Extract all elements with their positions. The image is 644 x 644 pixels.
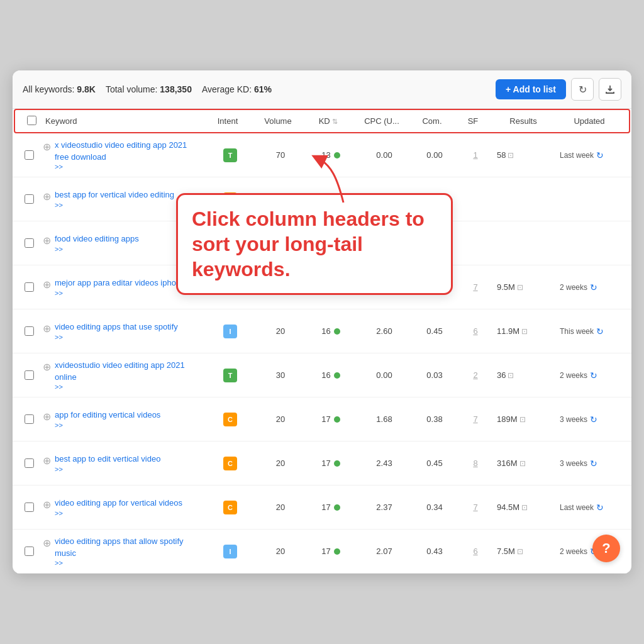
intent-badge: C [223,413,237,426]
add-keyword-icon[interactable]: ⊕ [43,361,51,373]
row-checkbox[interactable] [25,458,34,468]
keyword-link[interactable]: app for editing vertical videos [55,409,160,421]
export-button[interactable] [599,78,621,101]
results-value: 36 [497,370,506,380]
keyword-cell: ⊕ xvideostudio video editing app 2021 on… [40,355,205,395]
keyword-link[interactable]: mejor app para editar videos iphone [55,277,185,289]
volume-cell: 70 [255,145,306,165]
keyword-link[interactable]: xvideostudio video editing app 2021 onli… [55,360,203,382]
add-keyword-icon[interactable]: ⊕ [43,141,51,153]
col-header-sf[interactable]: SF [454,110,492,132]
row-refresh-icon[interactable]: ↻ [596,150,604,160]
sf-cell: 1 [457,145,494,165]
main-container: All keywords: 9.8K Total volume: 138,350… [13,70,631,574]
sf-link[interactable]: 2 [473,370,477,380]
results-cell: 7.5M⊡ [494,541,557,561]
keyword-link[interactable]: best app to edit vertical video [55,453,160,465]
keyword-link[interactable]: x videostudio video editing app 2021 fre… [55,140,203,162]
intent-badge: I [223,325,237,338]
kd-dot [334,548,340,555]
col-header-intent[interactable]: Intent [203,110,253,132]
col-header-results[interactable]: Results [492,110,555,132]
keyword-link[interactable]: best app for vertical video editing [55,189,174,201]
volume-cell: 20 [255,453,306,473]
updated-wrap: 3 weeks↻ [560,414,624,425]
add-keyword-icon[interactable]: ⊕ [43,323,51,335]
sf-link[interactable]: 7 [473,414,477,424]
col-header-updated[interactable]: Updated [555,110,624,132]
row-checkbox[interactable] [25,414,34,424]
row-checkbox[interactable] [25,150,34,160]
sf-link[interactable]: 8 [473,458,477,468]
row-checkbox[interactable] [25,326,34,336]
results-value: 189M [497,414,518,424]
row-refresh-icon[interactable]: ↻ [590,458,597,469]
add-keyword-icon[interactable]: ⊕ [43,455,51,467]
cpc-cell: 0.00 [356,145,413,165]
updated-cell: 3 weeks↻ [557,409,626,430]
select-all-checkbox[interactable] [27,116,36,125]
table-row: ⊕ x videostudio video editing app 2021 f… [13,133,631,177]
results-value: 7.5M [497,547,515,556]
row-refresh-icon[interactable]: ↻ [590,282,597,292]
row-refresh-icon[interactable]: ↻ [596,326,604,336]
help-button[interactable]: ? [592,535,620,562]
col-header-kd[interactable]: KD ⇅ [303,110,353,132]
add-keyword-icon[interactable]: ⊕ [43,191,51,203]
results-wrap: 316M⊡ [497,458,555,468]
sf-link[interactable]: 6 [473,326,477,336]
row-checkbox-cell [18,409,40,429]
row-checkbox-cell [18,365,40,385]
updated-text: 3 weeks [560,415,587,424]
add-keyword-icon[interactable]: ⊕ [43,499,51,511]
row-checkbox[interactable] [25,238,34,248]
keyword-link[interactable]: video editing apps that allow spotify mu… [55,536,203,558]
keyword-link[interactable]: video editing app for vertical videos [55,497,182,509]
results-icon: ⊡ [517,283,523,292]
row-refresh-icon[interactable]: ↻ [590,414,597,425]
keyword-text-wrap: best app for vertical video editing >> [55,189,174,208]
row-refresh-icon[interactable]: ↻ [590,370,597,380]
refresh-button[interactable]: ↻ [571,78,594,101]
updated-wrap: Last week↻ [560,150,624,160]
col-header-com[interactable]: Com. [410,110,454,132]
col-header-keyword[interactable]: Keyword [43,110,203,132]
volume-cell: 20 [255,409,306,429]
sf-cell: 8 [457,453,494,473]
kd-wrap: 17 [308,502,353,512]
col-header-cpc[interactable]: CPC (U... [353,110,410,132]
row-checkbox[interactable] [25,502,34,512]
row-checkbox[interactable] [25,282,34,292]
results-cell: 316M⊡ [494,453,557,473]
sf-cell [457,238,494,248]
row-checkbox[interactable] [25,194,34,204]
results-wrap: 189M⊡ [497,414,555,424]
sf-link[interactable]: 6 [473,547,477,556]
sf-link[interactable]: 7 [473,282,477,292]
keyword-link[interactable]: food video editing apps [55,233,139,245]
com-cell: 0.38 [413,409,457,429]
volume-cell: 30 [255,365,306,385]
row-checkbox[interactable] [25,370,34,380]
add-keyword-icon[interactable]: ⊕ [43,537,51,549]
add-keyword-icon[interactable]: ⊕ [43,279,51,291]
sf-link[interactable]: 7 [473,502,477,512]
add-keyword-icon[interactable]: ⊕ [43,411,51,423]
kd-wrap: 17 [308,414,353,424]
row-checkbox-cell [18,145,40,165]
row-checkbox[interactable] [25,547,34,556]
add-to-list-button[interactable]: + Add to list [496,79,566,99]
row-refresh-icon[interactable]: ↻ [596,502,604,513]
table-header: Keyword Intent Volume KD ⇅ CPC (U... Com… [14,109,630,133]
add-keyword-icon[interactable]: ⊕ [43,235,51,247]
col-header-volume[interactable]: Volume [253,110,303,132]
updated-cell: 3 weeks↻ [557,453,626,474]
results-cell: 94.5M⊡ [494,497,557,517]
sf-link[interactable]: 1 [473,150,477,160]
keyword-text-wrap: video editing apps that use spotify >> [55,321,178,340]
updated-text: Last week [560,503,594,512]
table-row: ⊕ video editing apps that use spotify >>… [13,309,631,353]
kd-cell: 17 [306,453,356,473]
keyword-link[interactable]: video editing apps that use spotify [55,321,178,333]
kd-cell: 16 [306,365,356,385]
